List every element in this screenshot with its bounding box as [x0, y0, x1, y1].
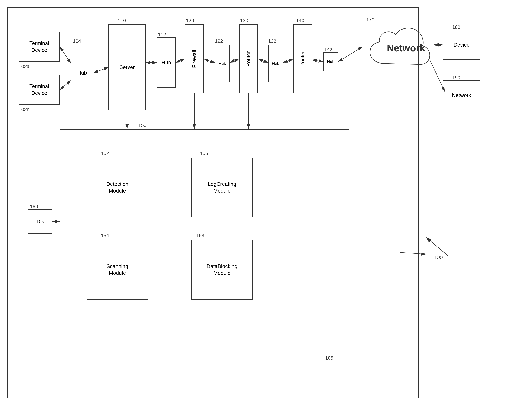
label-180: 180	[452, 24, 460, 30]
router-130: Router	[239, 24, 258, 94]
hub-132: Hub	[268, 45, 283, 82]
arrow-100-svg	[418, 232, 456, 262]
scanning-module-154: Scanning Module	[86, 240, 148, 300]
label-152: 152	[101, 150, 109, 156]
label-142: 142	[324, 47, 332, 53]
firewall-120: Firewall	[185, 24, 204, 94]
device-180: Device	[443, 30, 480, 60]
label-105: 105	[325, 355, 333, 361]
svg-line-18	[430, 60, 445, 92]
label-160: 160	[30, 204, 38, 210]
hub-142: Hub	[323, 52, 338, 71]
label-150: 150	[138, 122, 146, 128]
db-160: DB	[28, 209, 52, 234]
label-112: 112	[158, 32, 166, 38]
label-110: 110	[118, 18, 126, 24]
label-122: 122	[215, 38, 223, 44]
datablocking-module-158: DataBlocking Module	[191, 240, 253, 300]
svg-line-1	[426, 237, 448, 256]
label-104: 104	[73, 38, 81, 44]
label-132: 132	[268, 38, 276, 44]
label-158: 158	[196, 233, 204, 239]
detection-module-152: Detection Module	[86, 158, 148, 217]
label-156: 156	[200, 150, 208, 156]
hub-122: Hub	[215, 45, 230, 82]
label-102a: 102a	[19, 64, 29, 69]
label-130: 130	[240, 18, 248, 24]
router-140: Router	[293, 24, 312, 94]
label-170: 170	[366, 17, 374, 23]
terminal-device-a: Terminal Device	[19, 32, 60, 62]
label-120: 120	[186, 18, 194, 24]
terminal-device-n: Terminal Device	[19, 75, 60, 105]
logcreating-module-156: LogCreating Module	[191, 158, 253, 217]
hub-112: Hub	[157, 37, 176, 88]
diagram-container: 100 Terminal Device 102a Terminal Device…	[8, 8, 524, 406]
label-154: 154	[101, 233, 109, 239]
container-150: Detection Module Scanning Module LogCrea…	[60, 129, 350, 383]
hub-104: Hub	[71, 45, 94, 101]
network-190: Network	[443, 80, 480, 110]
server-110: Server	[108, 24, 146, 110]
label-140: 140	[296, 18, 304, 24]
label-190: 190	[452, 75, 460, 81]
label-102n: 102n	[19, 106, 29, 112]
